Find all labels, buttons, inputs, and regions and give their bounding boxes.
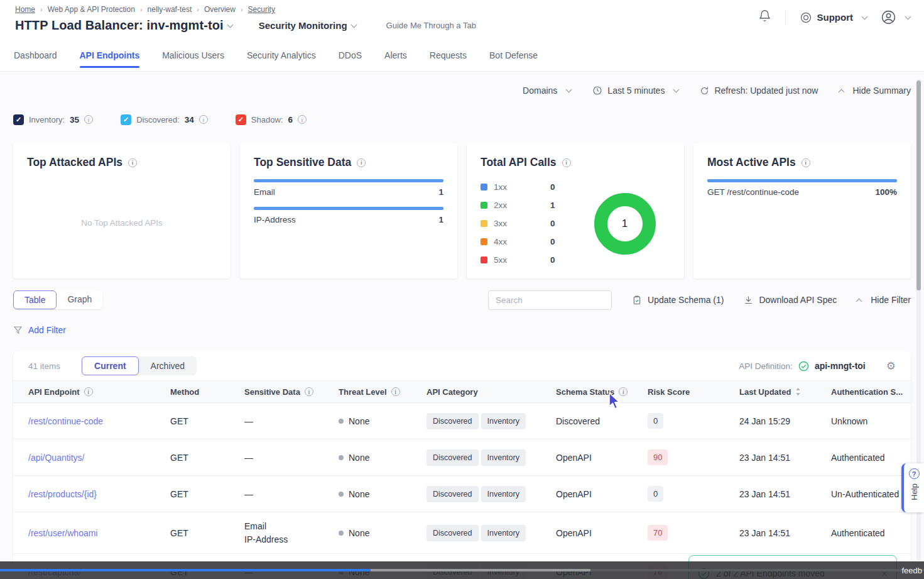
breadcrumb-waap[interactable]: Web App & API Protection <box>48 5 135 14</box>
breadcrumb-separator: › <box>140 6 143 13</box>
chevron-up-icon <box>839 89 845 96</box>
legend-value: 0 <box>550 182 555 192</box>
page-title: HTTP Load Balancer: inv-mgmt-toi <box>15 18 224 33</box>
refresh-button[interactable]: Refresh: Updated just now <box>700 85 818 96</box>
endpoint-link[interactable]: /rest/user/whoami <box>28 528 170 538</box>
discovered-checkbox[interactable]: ✓ <box>121 114 131 125</box>
inventory-label: Inventory: <box>29 115 65 124</box>
risk-badge: 90 <box>648 449 668 465</box>
tab-bot-defense[interactable]: Bot Defense <box>489 39 538 71</box>
archived-tab[interactable]: Archived <box>139 356 197 375</box>
tab-dashboard[interactable]: Dashboard <box>14 39 57 71</box>
empty-state-message: No Top Attacked APIs <box>27 218 217 228</box>
update-schema-button[interactable]: Update Schema (1) <box>632 295 724 306</box>
table-view-button[interactable]: Table <box>13 290 57 309</box>
api-endpoints-table: 41 items Current Archived API Definition… <box>13 351 911 579</box>
shadow-checkbox[interactable]: ✓ <box>236 114 246 125</box>
col-risk-score[interactable]: Risk Score <box>648 387 739 397</box>
chevron-down-icon[interactable] <box>227 21 233 28</box>
endpoint-link[interactable]: /rest/continue-code <box>28 416 170 426</box>
current-tab[interactable]: Current <box>82 356 139 375</box>
col-last-updated[interactable]: Last Updated <box>739 387 831 397</box>
inventory-checkbox[interactable]: ✓ <box>13 114 24 125</box>
info-icon[interactable]: i <box>802 158 810 167</box>
risk-badge: 70 <box>648 525 668 541</box>
help-tab[interactable]: ? Help <box>901 463 924 512</box>
col-schema-status[interactable]: Schema Statusi <box>556 387 648 397</box>
info-icon[interactable]: i <box>84 387 93 396</box>
chevron-down-icon[interactable] <box>351 21 357 28</box>
domains-dropdown[interactable]: Domains <box>523 85 571 96</box>
info-icon[interactable]: i <box>199 115 208 124</box>
col-method[interactable]: Method <box>170 387 244 397</box>
breadcrumb-overview[interactable]: Overview <box>204 5 236 14</box>
legend-label: 5xx <box>494 255 550 265</box>
api-definition-link[interactable]: api-mngt-toi <box>815 361 866 371</box>
legend-row: 5xx 0 <box>481 251 579 269</box>
account-menu[interactable] <box>881 9 910 25</box>
legend-label: 1xx <box>494 182 550 192</box>
monitoring-dropdown[interactable]: Security Monitoring <box>259 20 347 31</box>
donut-center-value: 1 <box>622 218 628 230</box>
last-updated-cell: 23 Jan 14:51 <box>739 528 831 538</box>
support-menu[interactable]: Support <box>800 11 867 24</box>
progress-played <box>0 569 371 571</box>
tab-security-analytics[interactable]: Security Analytics <box>247 39 316 71</box>
info-icon[interactable]: i <box>298 115 307 124</box>
chevron-down-icon <box>862 13 868 19</box>
info-icon[interactable]: i <box>391 387 400 396</box>
hide-filter-toggle[interactable]: Hide Filter <box>857 295 911 305</box>
breadcrumb-security[interactable]: Security <box>248 5 275 14</box>
legend-row: 1xx 0 <box>481 178 579 196</box>
sort-icon[interactable] <box>795 387 801 396</box>
endpoint-link[interactable]: /api/Quantitys/ <box>28 453 170 463</box>
col-threat-level[interactable]: Threat Leveli <box>339 387 427 397</box>
tab-ddos[interactable]: DDoS <box>339 39 362 71</box>
info-icon[interactable]: i <box>128 158 137 167</box>
threat-dot <box>339 531 344 536</box>
hide-summary-toggle[interactable]: Hide Summary <box>839 85 911 96</box>
info-icon[interactable]: i <box>562 158 571 167</box>
info-icon[interactable]: i <box>357 158 366 167</box>
add-filter-button[interactable]: Add Filter <box>28 325 66 335</box>
support-label: Support <box>817 12 854 23</box>
col-label: Risk Score <box>648 387 690 397</box>
breadcrumb-home[interactable]: Home <box>15 5 35 14</box>
tab-alerts[interactable]: Alerts <box>384 39 407 71</box>
card-top-sensitive-data: Top Sensitive Data i Email 1 IP-Address … <box>240 143 457 278</box>
col-api-endpoint[interactable]: API Endpointi <box>28 387 170 397</box>
metric-value: 100% <box>875 187 897 197</box>
info-icon[interactable]: i <box>619 387 628 396</box>
card-total-api-calls: Total API Calls i 1xx 0 2xx 1 <box>467 143 684 278</box>
notifications-bell-icon[interactable] <box>758 9 771 26</box>
summary-controls: Domains Last 5 minutes Refresh: Updated … <box>13 79 911 102</box>
info-icon[interactable]: i <box>84 115 93 124</box>
col-sensitive-data[interactable]: Sensitive Datai <box>244 387 339 397</box>
col-api-category[interactable]: API Category <box>427 387 556 397</box>
search-input[interactable] <box>488 290 612 310</box>
tab-malicious-users[interactable]: Malicious Users <box>162 39 224 71</box>
breadcrumb-namespace[interactable]: nelly-waf-test <box>148 5 192 14</box>
endpoint-link[interactable]: /rest/products/{id} <box>28 489 170 499</box>
schema-status-cell: Discovered <box>556 416 648 426</box>
auth-status-cell: Authenticated <box>831 528 911 538</box>
info-icon[interactable]: i <box>305 387 313 396</box>
domains-label: Domains <box>523 85 557 96</box>
guide-me-link[interactable]: Guide Me Through a Tab <box>386 21 476 30</box>
tab-requests[interactable]: Requests <box>430 39 467 71</box>
category-badge: Inventory <box>481 413 526 429</box>
status-code-legend: 1xx 0 2xx 1 3xx 0 <box>481 178 579 269</box>
gear-icon[interactable]: ⚙ <box>886 361 896 372</box>
clipboard-check-icon <box>632 295 642 306</box>
graph-view-button[interactable]: Graph <box>57 290 102 309</box>
col-authentication[interactable]: Authentication S... <box>831 387 911 397</box>
funnel-icon <box>13 325 23 335</box>
view-toggle: Table Graph <box>13 290 102 309</box>
app-window: Home› Web App & API Protection› nelly-wa… <box>0 0 924 579</box>
scrollbar-thumb[interactable] <box>916 80 921 290</box>
legend-row: 3xx 0 <box>481 214 579 233</box>
time-range-dropdown[interactable]: Last 5 minutes <box>592 85 678 96</box>
api-calls-donut-chart: 1 <box>594 193 656 255</box>
download-api-spec-button[interactable]: Download API Spec <box>744 295 837 305</box>
tab-api-endpoints[interactable]: API Endpoints <box>80 39 140 71</box>
